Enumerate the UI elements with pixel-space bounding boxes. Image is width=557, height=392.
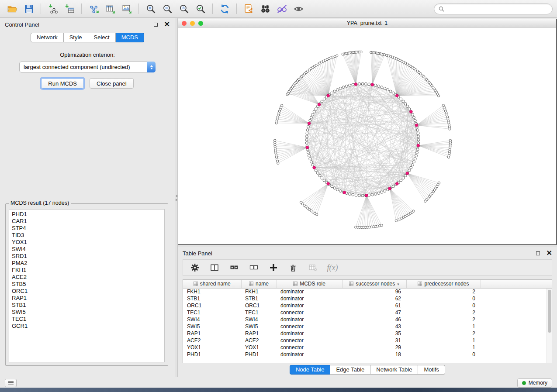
- column-header-shared-name[interactable]: shared name: [183, 280, 241, 288]
- zoom-fit-button[interactable]: [176, 2, 192, 16]
- table-row[interactable]: ACE2ACE2connector311: [183, 337, 552, 344]
- mcds-result-item[interactable]: TID3: [12, 232, 164, 239]
- export-network-button[interactable]: [86, 2, 101, 16]
- float-table-panel-icon[interactable]: [536, 251, 540, 255]
- mcds-result-item[interactable]: YOX1: [12, 239, 164, 246]
- deselect-all-button[interactable]: [249, 262, 259, 273]
- import-table-button[interactable]: [62, 2, 77, 16]
- table-tab-network-table[interactable]: Network Table: [370, 365, 418, 375]
- mcds-result-item[interactable]: RAP1: [12, 295, 164, 302]
- cell-role: dominator: [277, 316, 342, 323]
- table-row[interactable]: STB1STB1dominator620: [183, 295, 552, 302]
- control-panel-header: Control Panel ✕: [0, 18, 175, 31]
- open-session-button[interactable]: [4, 2, 20, 16]
- glasses-slash-icon: [277, 3, 287, 14]
- share-document-button[interactable]: [241, 2, 256, 16]
- mcds-result-item[interactable]: FKH1: [12, 267, 164, 274]
- apply-layout-button[interactable]: [217, 2, 232, 16]
- mcds-result-item[interactable]: STB5: [12, 281, 164, 288]
- cell-name: PHD1: [241, 351, 277, 358]
- tab-mcds[interactable]: MCDS: [116, 33, 144, 42]
- close-panel-button[interactable]: Close panel: [90, 78, 134, 89]
- mcds-result-item[interactable]: ACE2: [12, 274, 164, 281]
- import-table-disabled-button[interactable]: [308, 262, 318, 273]
- tab-select[interactable]: Select: [88, 33, 116, 42]
- table-row[interactable]: SWI4SWI4dominator462: [183, 316, 552, 323]
- column-header-successor-nodes[interactable]: successor nodes▾: [342, 280, 406, 288]
- find-button[interactable]: [257, 2, 273, 16]
- mcds-result-item[interactable]: PHD1: [12, 211, 164, 218]
- cell-successors: 61: [342, 302, 406, 309]
- column-header-predecessor-nodes[interactable]: predecessor nodes: [406, 280, 481, 288]
- table-row[interactable]: PHD1PHD1dominator180: [183, 351, 552, 358]
- table-row[interactable]: TEC1TEC1connector472: [183, 309, 552, 316]
- column-header-MCDS-role[interactable]: MCDS role: [277, 280, 342, 288]
- toolbar-separator: [41, 3, 41, 14]
- table-tab-edge-table[interactable]: Edge Table: [330, 365, 370, 375]
- zoom-out-icon: [162, 3, 173, 14]
- mcds-result-item[interactable]: SWI5: [12, 309, 164, 316]
- table-row[interactable]: FKH1FKH1dominator962: [183, 288, 552, 295]
- status-bar: Memory: [0, 377, 557, 389]
- cell-role: dominator: [277, 288, 342, 295]
- optimization-criterion-label: Optimization criterion:: [0, 52, 175, 58]
- table-tab-node-table[interactable]: Node Table: [290, 365, 331, 375]
- run-mcds-button[interactable]: Run MCDS: [41, 78, 84, 89]
- close-panel-icon[interactable]: ✕: [164, 21, 170, 28]
- column-visibility-button[interactable]: [209, 262, 220, 273]
- zoom-out-button[interactable]: [159, 2, 175, 16]
- control-panel: Control Panel ✕ NetworkStyleSelectMCDS O…: [0, 18, 175, 377]
- table-row[interactable]: YOX1YOX1connector291: [183, 344, 552, 351]
- memory-button[interactable]: Memory: [517, 378, 552, 388]
- mcds-result-list[interactable]: PHD1CAR1STP4TID3YOX1SWI4SRD1PMA2FKH1ACE2…: [9, 209, 165, 362]
- table-row[interactable]: RAP1RAP1dominator352: [183, 330, 552, 337]
- search-box[interactable]: [434, 3, 553, 14]
- cell-shared_name: YOX1: [183, 344, 241, 351]
- column-header-name[interactable]: name: [241, 280, 277, 288]
- search-input[interactable]: [447, 6, 548, 12]
- mcds-result-item[interactable]: TEC1: [12, 316, 164, 323]
- criterion-dropdown[interactable]: largest connected component (undirected): [19, 62, 156, 72]
- cell-successors: 29: [342, 344, 406, 351]
- save-session-button[interactable]: [21, 2, 37, 16]
- cell-role: connector: [277, 309, 342, 316]
- mcds-result-item[interactable]: ORC1: [12, 288, 164, 295]
- table-scrollbar[interactable]: [547, 289, 552, 363]
- zoom-fit-icon: [179, 3, 190, 14]
- table-scrollbar-thumb[interactable]: [548, 290, 551, 333]
- toolbar-separator: [212, 3, 213, 14]
- add-column-button[interactable]: [268, 262, 279, 273]
- export-table-button[interactable]: [102, 2, 118, 16]
- cell-role: dominator: [277, 302, 342, 309]
- hide-glasses-button[interactable]: [274, 2, 290, 16]
- mcds-result-item[interactable]: STP4: [12, 225, 164, 232]
- table-row[interactable]: SWI5SWI5connector431: [183, 323, 552, 330]
- network-graph[interactable]: [178, 28, 556, 244]
- mcds-result-item[interactable]: CAR1: [12, 218, 164, 225]
- float-panel-icon[interactable]: [154, 23, 158, 27]
- mcds-result-item[interactable]: STB1: [12, 302, 164, 309]
- table-options-button[interactable]: [190, 262, 200, 273]
- sort-caret-icon: ▾: [397, 282, 399, 286]
- mcds-result-item[interactable]: GCR1: [12, 323, 164, 330]
- table-tab-motifs[interactable]: Motifs: [418, 365, 445, 375]
- mcds-result-item[interactable]: SWI4: [12, 246, 164, 253]
- select-all-button[interactable]: [229, 262, 239, 273]
- zoom-selected-button[interactable]: [193, 2, 208, 16]
- zoom-in-button[interactable]: [143, 2, 159, 16]
- show-eye-button[interactable]: [291, 2, 306, 16]
- table-row[interactable]: ORC1ORC1dominator610: [183, 302, 552, 309]
- tab-network[interactable]: Network: [31, 33, 64, 42]
- cell-predecessors: 2: [406, 309, 481, 316]
- mcds-result-item[interactable]: SRD1: [12, 253, 164, 260]
- close-table-panel-icon[interactable]: ✕: [547, 250, 552, 257]
- tab-style[interactable]: Style: [64, 33, 88, 42]
- network-window-titlebar[interactable]: YPA_prune.txt_1: [178, 19, 556, 28]
- cell-role: dominator: [277, 351, 342, 358]
- export-image-button[interactable]: [119, 2, 135, 16]
- function-builder-button[interactable]: f(x): [327, 262, 338, 273]
- import-network-button[interactable]: [45, 2, 61, 16]
- mcds-result-item[interactable]: PMA2: [12, 260, 164, 267]
- panel-menu-button[interactable]: [5, 379, 17, 387]
- delete-column-button[interactable]: [288, 262, 298, 273]
